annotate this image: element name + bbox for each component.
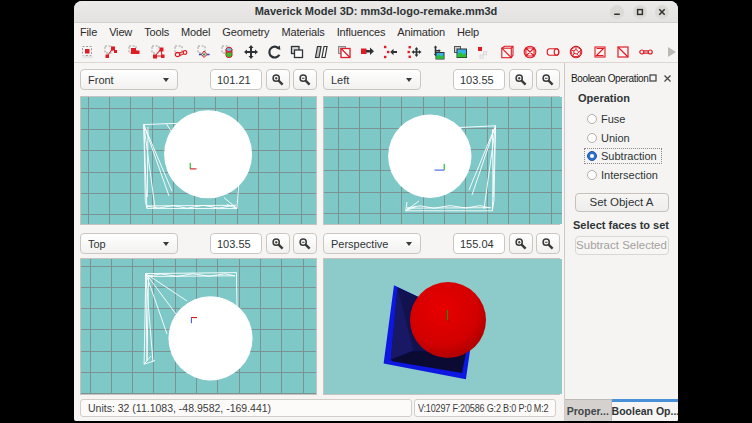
viewport-row-1 xyxy=(74,96,564,225)
viewport-header-cell: Front xyxy=(80,69,317,90)
status-stats-text: V:10297 F:20586 G:2 B:0 P:0 M:2 xyxy=(418,400,548,416)
create-sphere-icon[interactable] xyxy=(522,44,538,60)
create-cube-icon[interactable] xyxy=(499,44,515,60)
minimize-button[interactable] xyxy=(610,5,624,19)
zoom-level-input-front[interactable] xyxy=(210,69,262,90)
radio-label-subtraction: Subtraction xyxy=(601,150,657,162)
radio-intersection[interactable] xyxy=(587,170,597,180)
set-object-a-button[interactable]: Set Object A xyxy=(575,193,669,212)
menu-geometry[interactable]: Geometry xyxy=(216,23,275,41)
create-cylinder-icon[interactable] xyxy=(545,44,561,60)
tab-boolean-operation[interactable]: Boolean Op... xyxy=(612,399,678,421)
menu-model[interactable]: Model xyxy=(175,23,216,41)
menu-materials[interactable]: Materials xyxy=(275,23,330,41)
wireframe-sphere xyxy=(168,296,252,380)
radio-union[interactable] xyxy=(587,133,597,143)
title-bar[interactable]: Maverick Model 3D: mm3d-logo-remake.mm3d xyxy=(74,1,678,23)
wireframe-sphere xyxy=(388,115,471,198)
toolbar-overflow-icon[interactable] xyxy=(666,44,678,64)
close-button[interactable] xyxy=(655,5,669,19)
viewport-header-cell: Top xyxy=(80,233,317,254)
radio-row-union[interactable]: Union xyxy=(585,129,678,148)
zoom-out-button-perspective[interactable] xyxy=(536,233,560,254)
panel-spacer xyxy=(565,255,678,399)
select-vertices-icon[interactable] xyxy=(80,44,96,60)
view-select-left-value: Left xyxy=(331,74,349,86)
move-background-image-icon[interactable] xyxy=(429,44,445,60)
select-connected-icon[interactable] xyxy=(103,44,119,60)
zoom-out-button-front[interactable] xyxy=(293,69,317,90)
menu-view[interactable]: View xyxy=(103,23,138,41)
radio-row-fuse[interactable]: Fuse xyxy=(585,110,678,129)
radio-fuse[interactable] xyxy=(587,114,597,124)
select-groups-icon[interactable] xyxy=(127,44,143,60)
magnifier-zoom-in-icon xyxy=(271,73,285,87)
radio-row-intersection[interactable]: Intersection xyxy=(585,166,678,185)
operation-radio-group: Fuse Union Subtraction Intersection xyxy=(565,110,678,184)
viewport-row-2 xyxy=(74,258,564,395)
magnifier-zoom-in-icon xyxy=(514,237,528,251)
select-bone-joints-icon[interactable] xyxy=(173,44,189,60)
bottom-tab-bar: Proper... Boolean Op... xyxy=(565,399,678,421)
menu-file[interactable]: File xyxy=(74,23,103,41)
magnifier-zoom-in-icon xyxy=(514,73,528,87)
viewport-header-row-2: Top Perspective xyxy=(74,225,564,258)
shear-tool-icon[interactable] xyxy=(313,44,329,60)
maximize-button[interactable] xyxy=(633,5,647,19)
chevron-down-icon xyxy=(406,242,412,246)
create-plane-icon[interactable] xyxy=(615,44,631,60)
magnifier-zoom-out-icon xyxy=(541,73,555,87)
menu-bar: File View Tools Model Geometry Materials… xyxy=(74,23,678,41)
zoom-in-button-top[interactable] xyxy=(266,233,290,254)
menu-influences[interactable]: Influences xyxy=(331,23,392,41)
zoom-in-button-perspective[interactable] xyxy=(509,233,533,254)
close-icon xyxy=(658,8,666,16)
zoom-level-input-perspective[interactable] xyxy=(453,233,505,254)
view-select-perspective[interactable]: Perspective xyxy=(323,233,421,254)
zoom-level-input-left[interactable] xyxy=(453,69,505,90)
zoom-in-button-left[interactable] xyxy=(509,69,533,90)
menu-help[interactable]: Help xyxy=(451,23,485,41)
magnifier-zoom-out-icon xyxy=(298,237,312,251)
viewport-left[interactable] xyxy=(323,96,560,225)
create-geosphere-icon[interactable] xyxy=(568,44,584,60)
select-points-icon[interactable] xyxy=(196,44,212,60)
attract-near-icon[interactable] xyxy=(382,44,398,60)
create-torus-icon[interactable] xyxy=(592,44,608,60)
extrude-tool-icon[interactable] xyxy=(359,44,375,60)
view-select-front[interactable]: Front xyxy=(80,69,178,90)
view-select-left[interactable]: Left xyxy=(323,69,421,90)
zoom-out-button-left[interactable] xyxy=(536,69,560,90)
move-tool-icon[interactable] xyxy=(243,44,259,60)
panel-float-button[interactable] xyxy=(649,74,657,82)
viewport-top[interactable] xyxy=(80,258,317,395)
main-content: Front Left xyxy=(74,63,678,421)
zoom-in-button-front[interactable] xyxy=(266,69,290,90)
chevron-right-icon xyxy=(666,44,678,60)
create-bone-joint-icon[interactable] xyxy=(638,44,654,60)
window-controls xyxy=(610,5,669,19)
background-image-icon[interactable] xyxy=(452,44,468,60)
panel-title: Boolean Operation xyxy=(571,73,648,84)
minimize-icon xyxy=(613,8,621,16)
menu-animation[interactable]: Animation xyxy=(391,23,451,41)
select-projections-icon[interactable] xyxy=(220,44,236,60)
select-faces-icon[interactable] xyxy=(150,44,166,60)
radio-subtraction[interactable] xyxy=(587,151,597,161)
panel-close-button[interactable] xyxy=(663,74,672,83)
menu-tools[interactable]: Tools xyxy=(138,23,175,41)
hide-faces-icon[interactable] xyxy=(289,44,305,60)
attract-far-icon[interactable] xyxy=(406,44,422,60)
viewport-perspective[interactable] xyxy=(323,258,560,395)
tab-properties[interactable]: Proper... xyxy=(565,399,612,421)
chevron-down-icon xyxy=(406,78,412,82)
delete-faces-icon[interactable] xyxy=(336,44,352,60)
rotate-tool-icon[interactable] xyxy=(266,44,282,60)
zoom-level-input-top[interactable] xyxy=(210,233,262,254)
subtract-selected-button[interactable]: Subtract Selected xyxy=(575,236,669,255)
radio-row-subtraction[interactable]: Subtraction xyxy=(585,147,678,166)
viewport-front[interactable] xyxy=(80,96,317,225)
zoom-out-button-top[interactable] xyxy=(293,233,317,254)
create-vertex-icon[interactable] xyxy=(475,44,491,60)
view-select-top[interactable]: Top xyxy=(80,233,178,254)
